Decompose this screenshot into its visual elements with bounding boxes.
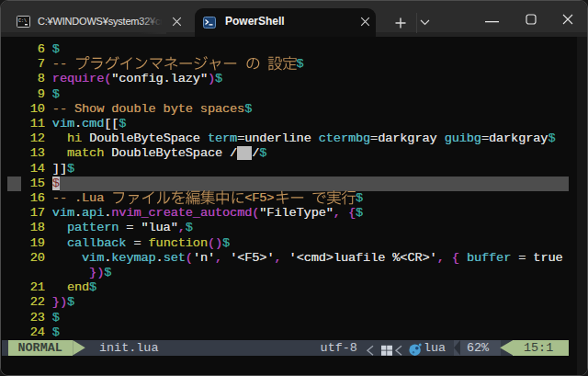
svg-text:C:\: C:\ xyxy=(18,18,27,24)
